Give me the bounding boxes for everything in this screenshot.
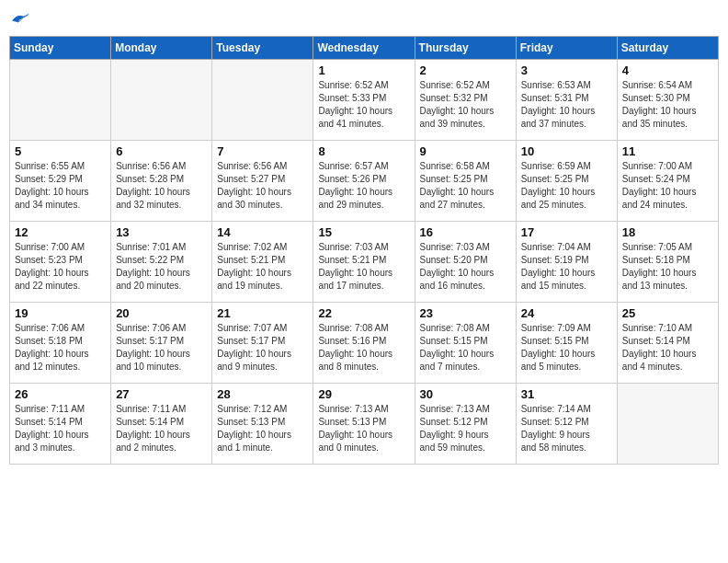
day-number: 31 [521,387,612,401]
day-number: 8 [318,144,409,158]
day-info: Sunrise: 7:12 AM Sunset: 5:13 PM Dayligh… [217,403,308,454]
calendar-cell: 16Sunrise: 7:03 AM Sunset: 5:20 PM Dayli… [415,222,516,303]
day-number: 27 [116,387,207,401]
day-info: Sunrise: 7:07 AM Sunset: 5:17 PM Dayligh… [217,322,308,373]
day-info: Sunrise: 7:11 AM Sunset: 5:14 PM Dayligh… [116,403,207,454]
day-number: 24 [521,306,612,320]
day-info: Sunrise: 7:10 AM Sunset: 5:14 PM Dayligh… [622,322,713,373]
day-number: 23 [420,306,511,320]
day-info: Sunrise: 7:01 AM Sunset: 5:22 PM Dayligh… [116,241,207,293]
day-info: Sunrise: 7:02 AM Sunset: 5:21 PM Dayligh… [217,241,308,293]
day-info: Sunrise: 7:09 AM Sunset: 5:15 PM Dayligh… [521,322,612,373]
weekday-header-wednesday: Wednesday [313,37,415,60]
calendar-cell: 21Sunrise: 7:07 AM Sunset: 5:17 PM Dayli… [212,303,313,384]
day-number: 12 [15,225,106,239]
day-number: 9 [420,144,511,158]
day-number: 15 [318,225,409,239]
day-info: Sunrise: 7:03 AM Sunset: 5:21 PM Dayligh… [318,241,409,293]
calendar-cell: 2Sunrise: 6:52 AM Sunset: 5:32 PM Daylig… [415,60,516,141]
weekday-header-tuesday: Tuesday [212,37,313,60]
calendar-cell: 6Sunrise: 6:56 AM Sunset: 5:28 PM Daylig… [111,141,212,222]
calendar-cell: 23Sunrise: 7:08 AM Sunset: 5:15 PM Dayli… [415,303,516,384]
calendar-cell: 13Sunrise: 7:01 AM Sunset: 5:22 PM Dayli… [111,222,212,303]
calendar-cell [111,60,212,141]
day-info: Sunrise: 7:13 AM Sunset: 5:12 PM Dayligh… [420,403,511,454]
day-info: Sunrise: 6:57 AM Sunset: 5:26 PM Dayligh… [318,160,409,212]
calendar-cell: 19Sunrise: 7:06 AM Sunset: 5:18 PM Dayli… [10,303,111,384]
day-info: Sunrise: 7:00 AM Sunset: 5:23 PM Dayligh… [15,241,106,293]
day-info: Sunrise: 6:59 AM Sunset: 5:25 PM Dayligh… [521,160,612,212]
weekday-header-monday: Monday [111,37,212,60]
day-number: 29 [318,387,409,401]
day-number: 17 [521,225,612,239]
calendar-cell: 12Sunrise: 7:00 AM Sunset: 5:23 PM Dayli… [10,222,111,303]
day-number: 5 [15,144,106,158]
day-number: 6 [116,144,207,158]
calendar-cell: 25Sunrise: 7:10 AM Sunset: 5:14 PM Dayli… [617,303,718,384]
page-header [9,9,719,29]
calendar-cell: 15Sunrise: 7:03 AM Sunset: 5:21 PM Dayli… [313,222,415,303]
weekday-header-saturday: Saturday [617,37,718,60]
day-info: Sunrise: 6:54 AM Sunset: 5:30 PM Dayligh… [622,79,713,131]
calendar-cell: 22Sunrise: 7:08 AM Sunset: 5:16 PM Dayli… [313,303,415,384]
day-number: 25 [622,306,713,320]
calendar-cell: 26Sunrise: 7:11 AM Sunset: 5:14 PM Dayli… [10,384,111,465]
logo-bird-icon [9,10,31,29]
day-info: Sunrise: 7:06 AM Sunset: 5:18 PM Dayligh… [15,322,106,373]
calendar-cell: 8Sunrise: 6:57 AM Sunset: 5:26 PM Daylig… [313,141,415,222]
calendar-cell: 10Sunrise: 6:59 AM Sunset: 5:25 PM Dayli… [516,141,617,222]
day-number: 14 [217,225,308,239]
calendar-cell: 20Sunrise: 7:06 AM Sunset: 5:17 PM Dayli… [111,303,212,384]
day-info: Sunrise: 6:52 AM Sunset: 5:32 PM Dayligh… [420,79,511,131]
day-number: 4 [622,63,713,77]
day-number: 18 [622,225,713,239]
day-number: 21 [217,306,308,320]
day-number: 20 [116,306,207,320]
day-number: 1 [318,63,409,77]
calendar-cell: 30Sunrise: 7:13 AM Sunset: 5:12 PM Dayli… [415,384,516,465]
day-number: 7 [217,144,308,158]
calendar-cell: 24Sunrise: 7:09 AM Sunset: 5:15 PM Dayli… [516,303,617,384]
day-number: 16 [420,225,511,239]
calendar-cell: 7Sunrise: 6:56 AM Sunset: 5:27 PM Daylig… [212,141,313,222]
calendar-cell: 4Sunrise: 6:54 AM Sunset: 5:30 PM Daylig… [617,60,718,141]
day-number: 26 [15,387,106,401]
calendar-cell: 14Sunrise: 7:02 AM Sunset: 5:21 PM Dayli… [212,222,313,303]
weekday-header-sunday: Sunday [10,37,111,60]
calendar-cell: 18Sunrise: 7:05 AM Sunset: 5:18 PM Dayli… [617,222,718,303]
day-number: 2 [420,63,511,77]
day-number: 30 [420,387,511,401]
day-number: 19 [15,306,106,320]
day-number: 13 [116,225,207,239]
calendar-cell [10,60,111,141]
calendar-cell: 5Sunrise: 6:55 AM Sunset: 5:29 PM Daylig… [10,141,111,222]
calendar-cell: 9Sunrise: 6:58 AM Sunset: 5:25 PM Daylig… [415,141,516,222]
day-info: Sunrise: 7:00 AM Sunset: 5:24 PM Dayligh… [622,160,713,212]
calendar-cell: 17Sunrise: 7:04 AM Sunset: 5:19 PM Dayli… [516,222,617,303]
logo [9,9,31,29]
day-number: 28 [217,387,308,401]
day-number: 3 [521,63,612,77]
day-info: Sunrise: 7:05 AM Sunset: 5:18 PM Dayligh… [622,241,713,293]
day-info: Sunrise: 7:03 AM Sunset: 5:20 PM Dayligh… [420,241,511,293]
day-info: Sunrise: 6:56 AM Sunset: 5:27 PM Dayligh… [217,160,308,212]
calendar-cell: 1Sunrise: 6:52 AM Sunset: 5:33 PM Daylig… [313,60,415,141]
day-number: 10 [521,144,612,158]
day-info: Sunrise: 7:06 AM Sunset: 5:17 PM Dayligh… [116,322,207,373]
day-info: Sunrise: 7:13 AM Sunset: 5:13 PM Dayligh… [318,403,409,454]
day-info: Sunrise: 6:58 AM Sunset: 5:25 PM Dayligh… [420,160,511,212]
weekday-header-friday: Friday [516,37,617,60]
day-number: 22 [318,306,409,320]
calendar-cell: 3Sunrise: 6:53 AM Sunset: 5:31 PM Daylig… [516,60,617,141]
calendar-cell [212,60,313,141]
calendar-cell: 11Sunrise: 7:00 AM Sunset: 5:24 PM Dayli… [617,141,718,222]
weekday-header-thursday: Thursday [415,37,516,60]
day-info: Sunrise: 6:56 AM Sunset: 5:28 PM Dayligh… [116,160,207,212]
day-info: Sunrise: 7:08 AM Sunset: 5:15 PM Dayligh… [420,322,511,373]
calendar-cell: 31Sunrise: 7:14 AM Sunset: 5:12 PM Dayli… [516,384,617,465]
day-info: Sunrise: 7:04 AM Sunset: 5:19 PM Dayligh… [521,241,612,293]
calendar-cell: 28Sunrise: 7:12 AM Sunset: 5:13 PM Dayli… [212,384,313,465]
day-info: Sunrise: 7:14 AM Sunset: 5:12 PM Dayligh… [521,403,612,454]
day-info: Sunrise: 6:55 AM Sunset: 5:29 PM Dayligh… [15,160,106,212]
calendar-cell [617,384,718,465]
